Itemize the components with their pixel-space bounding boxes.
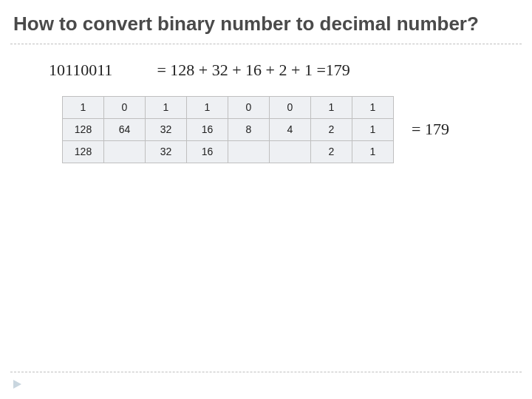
bit-cell: 1 <box>311 96 352 118</box>
weight-cell: 16 <box>187 118 228 140</box>
weight-cell: 1 <box>352 118 394 140</box>
picked-cell <box>270 140 311 163</box>
conversion-table: 1 0 1 1 0 0 1 1 128 64 32 16 8 4 2 1 128… <box>62 96 394 163</box>
equation-text: = 128 + 32 + 16 + 2 + 1 =179 <box>157 61 349 80</box>
bit-cell: 1 <box>352 96 394 118</box>
page-title: How to convert binary number to decimal … <box>0 0 532 44</box>
table-row: 1 0 1 1 0 0 1 1 <box>63 96 394 118</box>
bit-cell: 1 <box>63 96 104 118</box>
table-row: 128 32 16 2 1 <box>63 140 394 163</box>
weight-cell: 8 <box>228 118 270 140</box>
bit-cell: 0 <box>104 96 146 118</box>
picked-cell: 1 <box>352 140 394 163</box>
table-row: 128 64 32 16 8 4 2 1 <box>63 118 394 140</box>
weight-cell: 2 <box>311 118 352 140</box>
bit-cell: 0 <box>270 96 311 118</box>
weight-cell: 64 <box>104 118 146 140</box>
weight-cell: 128 <box>63 118 104 140</box>
picked-cell: 128 <box>63 140 104 163</box>
picked-cell: 2 <box>311 140 352 163</box>
weight-cell: 4 <box>270 118 311 140</box>
picked-cell: 16 <box>187 140 228 163</box>
divider-bottom <box>10 372 522 372</box>
result-label: = 179 <box>394 120 449 139</box>
arrow-right-icon <box>13 380 21 389</box>
bit-cell: 1 <box>187 96 228 118</box>
bit-cell: 1 <box>146 96 187 118</box>
picked-cell <box>228 140 270 163</box>
bit-cell: 0 <box>228 96 270 118</box>
picked-cell: 32 <box>146 140 187 163</box>
weight-cell: 32 <box>146 118 187 140</box>
picked-cell <box>104 140 146 163</box>
binary-literal: 10110011 <box>49 61 112 80</box>
formula-row: 10110011 = 128 + 32 + 16 + 2 + 1 =179 <box>0 44 532 80</box>
